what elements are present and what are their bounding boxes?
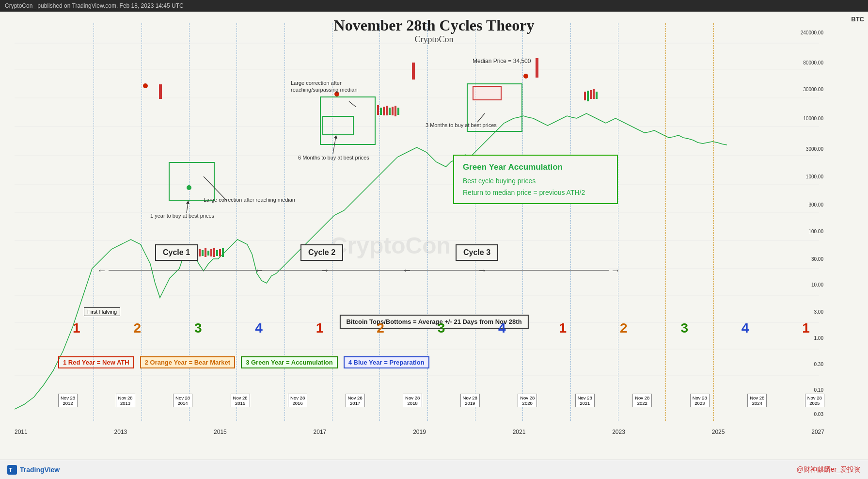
green-box-c1: [169, 162, 215, 201]
title-area: November 28th Cycles Theory CryptoCon: [334, 16, 535, 45]
top-bar: CryptoCon_ published on TradingView.com,…: [0, 0, 868, 12]
annotation-large-corr-c1: Large correction after reaching median: [204, 197, 295, 203]
nov-dates-row: Nov 282012 Nov 282013 Nov 282014 Nov 282…: [58, 394, 824, 407]
green-info-line2: Return to median price = previous ATH/2: [463, 189, 608, 196]
subtitle: CryptoCon: [334, 34, 535, 45]
cycle3-label: Cycle 3: [456, 244, 498, 261]
nov-2013: Nov 282013: [116, 394, 135, 407]
nov-2014: Nov 282014: [173, 394, 192, 407]
cycle-num-1d: 1: [802, 320, 810, 336]
svg-rect-29: [222, 248, 224, 257]
tv-icon: T: [7, 465, 17, 475]
chart-area: November 28th Cycles Theory CryptoCon Cr…: [0, 12, 868, 479]
xaxis-2027: 2027: [811, 429, 824, 435]
cycle-num-1b: 1: [316, 320, 324, 336]
cycle-num-4a: 4: [255, 320, 263, 336]
svg-rect-42: [596, 92, 598, 99]
svg-rect-39: [587, 91, 589, 101]
green-box-c2-inner: [322, 116, 354, 135]
btc-label: BTC: [851, 16, 864, 23]
xaxis-2011: 2011: [15, 429, 28, 435]
nov-2012: Nov 282012: [58, 394, 78, 407]
main-title: November 28th Cycles Theory: [334, 16, 535, 34]
cycle-numbers-row: 1 2 3 4 1 2 3 4 1 2 3 4 1: [58, 320, 824, 336]
xaxis-2025: 2025: [712, 429, 725, 435]
legend-green: 3 Green Year = Accumulation: [241, 356, 338, 368]
nov-2018: Nov 282018: [403, 394, 422, 407]
svg-rect-25: [210, 249, 212, 256]
svg-rect-32: [383, 107, 385, 115]
nov-2025: Nov 282025: [805, 394, 824, 407]
tradingview-label: TradingView: [20, 466, 60, 474]
cycle2-label: Cycle 2: [300, 244, 343, 261]
svg-rect-40: [590, 90, 592, 99]
cycle-num-3c: 3: [680, 320, 688, 336]
bottom-bar: T TradingView @财神麒麟er_爱投资: [0, 460, 868, 479]
cycle-num-2a: 2: [133, 320, 141, 336]
legend-blue: 4 Blue Year = Preparation: [344, 356, 429, 368]
cycle-num-2b: 2: [377, 320, 384, 336]
cycle3-arrow: ← →: [402, 265, 620, 276]
xaxis-2013: 2013: [114, 429, 127, 435]
svg-rect-26: [213, 248, 215, 257]
first-halving-box: First Halving: [84, 307, 120, 316]
cycle-num-3a: 3: [194, 320, 202, 336]
nov-2024: Nov 282024: [747, 394, 767, 407]
legend-row: 1 Red Year = New ATH 2 Orange Year = Bea…: [58, 356, 824, 368]
cycle-num-3b: 3: [438, 320, 445, 336]
svg-rect-41: [593, 89, 595, 99]
cycle1-label: Cycle 1: [155, 244, 198, 261]
svg-rect-36: [395, 106, 396, 116]
nov-2016: Nov 282016: [288, 394, 307, 407]
nov-2021: Nov 282021: [575, 394, 595, 407]
svg-rect-33: [386, 106, 388, 115]
svg-rect-37: [397, 108, 399, 115]
cycle-num-4c: 4: [742, 320, 749, 336]
svg-text:T: T: [9, 467, 13, 474]
cycle-num-1c: 1: [559, 320, 567, 336]
xaxis-2017: 2017: [314, 429, 327, 435]
cycle-num-1a: 1: [73, 320, 80, 336]
nov-2019: Nov 282019: [460, 394, 480, 407]
svg-rect-22: [202, 250, 204, 256]
nov-2023: Nov 282023: [690, 394, 710, 407]
svg-rect-28: [219, 249, 221, 256]
green-info-title: Green Year Accumulation: [463, 162, 608, 172]
legend-red: 1 Red Year = New ATH: [58, 356, 134, 368]
svg-rect-35: [392, 107, 394, 115]
x-axis: 2011 2013 2015 2017 2019 2021 2023 2025 …: [15, 429, 824, 435]
svg-rect-31: [380, 108, 382, 115]
nov-2022: Nov 282022: [632, 394, 652, 407]
xaxis-2015: 2015: [214, 429, 227, 435]
social-label: @财神麒麟er_爱投资: [797, 465, 861, 474]
nov-2017: Nov 282017: [346, 394, 365, 407]
svg-rect-24: [207, 251, 209, 255]
xaxis-2023: 2023: [612, 429, 625, 435]
xaxis-2019: 2019: [413, 429, 426, 435]
median-price-label: Median Price = 34,500: [473, 58, 531, 64]
svg-rect-13: [159, 84, 162, 99]
pink-box-c3: [473, 86, 502, 100]
nov-2015: Nov 282015: [231, 394, 250, 407]
svg-rect-23: [205, 248, 206, 257]
red-dot-2013: [143, 83, 148, 88]
green-info-line1: Best cycle buying prices: [463, 177, 608, 185]
svg-rect-27: [216, 250, 218, 256]
svg-rect-38: [584, 92, 586, 100]
green-info-box: Green Year Accumulation Best cycle buyin…: [453, 155, 618, 204]
annotation-1yr: 1 year to buy at best prices: [150, 213, 214, 219]
published-info: CryptoCon_ published on TradingView.com,…: [5, 2, 184, 9]
annotation-6months: 6 Months to buy at best prices: [298, 155, 369, 160]
svg-rect-15: [536, 58, 538, 78]
xaxis-2021: 2021: [513, 429, 526, 435]
chart-container: CryptoCon_ published on TradingView.com,…: [0, 0, 868, 479]
red-dot-2021: [523, 74, 528, 79]
annotation-3months: 3 Months to buy at best prices: [426, 122, 497, 128]
svg-rect-14: [412, 63, 415, 80]
svg-rect-30: [377, 105, 379, 115]
nov-2020: Nov 282020: [518, 394, 537, 407]
svg-rect-21: [199, 249, 201, 256]
legend-orange: 2 Orange Year = Bear Market: [140, 356, 235, 368]
tradingview-logo: T TradingView: [7, 465, 60, 475]
svg-rect-34: [389, 108, 391, 115]
